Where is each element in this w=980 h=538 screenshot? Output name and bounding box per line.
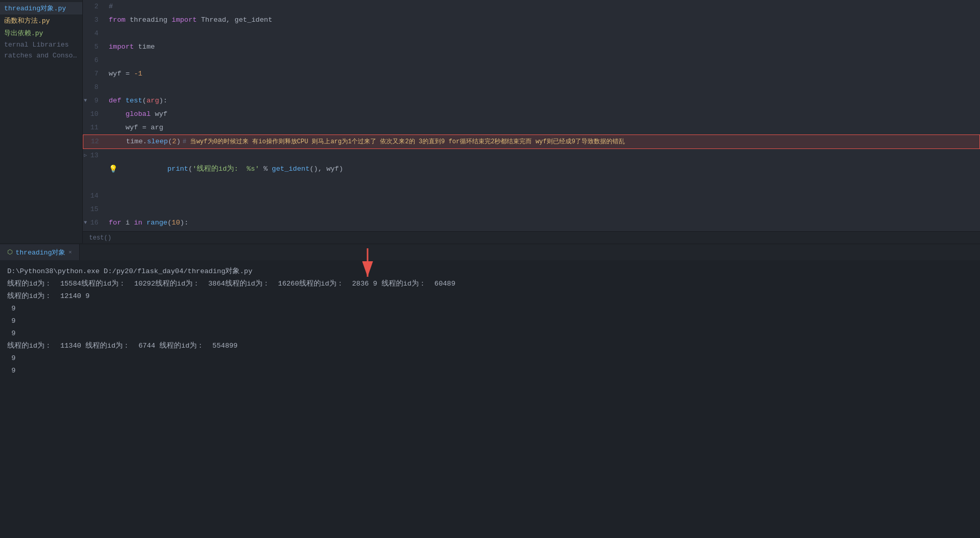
code-lines: 2 # 3 from threading import Thread, get_… xyxy=(83,0,980,243)
close-tab-button[interactable]: × xyxy=(68,249,72,256)
terminal-line-6: 9 xyxy=(7,327,973,340)
code-line-12: 12 time.sleep(2) # 当wyf为0的时候过来 有io操作则释放C… xyxy=(83,134,980,149)
code-editor: 2 # 3 from threading import Thread, get_… xyxy=(83,0,980,243)
code-line-6: 6 xyxy=(83,54,980,67)
terminal-line-0: D:\Python38\python.exe D:/py20/flask_day… xyxy=(7,265,973,278)
sidebar-item-scratches[interactable]: ratches and Consoles xyxy=(0,50,82,61)
code-line-7: 7 wyf = -1 xyxy=(83,67,980,81)
sidebar-item-export[interactable]: 导出依赖.py xyxy=(0,27,82,39)
terminal-line-4: 9 xyxy=(7,303,973,315)
code-line-15: 15 xyxy=(83,203,980,216)
code-line-3: 3 from threading import Thread, get_iden… xyxy=(83,13,980,27)
collapse-icon: ▼ xyxy=(84,94,87,108)
code-line-2: 2 # xyxy=(83,0,980,13)
code-line-8: 8 xyxy=(83,81,980,94)
code-line-10: 10 global wyf xyxy=(83,108,980,121)
code-line-14: 14 xyxy=(83,189,980,203)
terminal-tab-bar: ⬡ threading对象 × xyxy=(0,244,980,260)
sidebar-item-threading[interactable]: threading对象.py xyxy=(0,2,82,14)
sidebar: threading对象.py 函数和方法.py 导出依赖.py ternal L… xyxy=(0,0,83,243)
terminal-line-9: 9 xyxy=(7,352,973,365)
lightbulb-icon[interactable]: 💡 xyxy=(109,162,118,176)
terminal-icon: ⬡ xyxy=(7,248,12,256)
terminal-line-2: 线程的id为： 12140 9 xyxy=(7,290,973,303)
gutter-arrow-icon: ▷ xyxy=(84,149,87,162)
terminal-tab-threading[interactable]: ⬡ threading对象 × xyxy=(0,244,80,260)
terminal-line-10: 9 xyxy=(7,365,973,377)
code-line-16: ▼ 16 for i in range(10): xyxy=(83,216,980,230)
code-line-4: 4 xyxy=(83,27,980,40)
terminal-line-1: 线程的id为： 15584线程的id为： 10292线程的id为： 3864线程… xyxy=(7,278,973,290)
terminal-line-7: 线程的id为： 11340 线程的id为： 6744 线程的id为： 55489… xyxy=(7,340,973,352)
code-line-11: 11 wyf = arg xyxy=(83,121,980,134)
terminal-output: D:\Python38\python.exe D:/py20/flask_day… xyxy=(0,260,980,538)
collapse-for-icon: ▼ xyxy=(84,216,87,230)
code-line-13: ▷ 13 💡 print('线程的id为: %s' % get_ident(),… xyxy=(83,149,980,189)
sidebar-item-libraries[interactable]: ternal Libraries xyxy=(0,39,82,50)
code-line-9: ▼ 9 def test(arg): xyxy=(83,94,980,108)
terminal-line-5: 9 xyxy=(7,315,973,327)
breadcrumb: test() xyxy=(83,231,980,244)
code-line-5: 5 import time xyxy=(83,40,980,54)
sidebar-item-functions[interactable]: 函数和方法.py xyxy=(0,14,82,27)
